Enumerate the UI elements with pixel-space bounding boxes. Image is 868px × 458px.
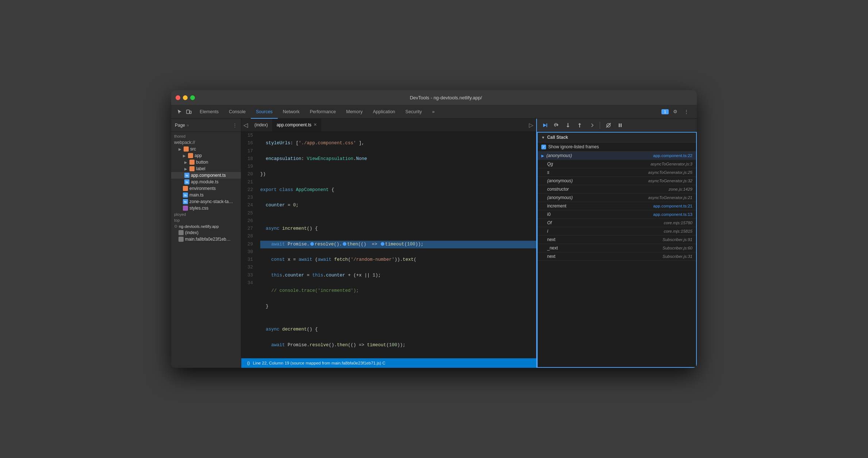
callstack-frame-i0[interactable]: i0 app.component.ts:13 xyxy=(538,210,696,219)
callstack-expand-icon: ▼ xyxy=(541,136,545,140)
device-mode-icon[interactable] xyxy=(186,109,192,115)
debug-deactivate-btn[interactable] xyxy=(604,121,613,129)
editor-tab-right[interactable]: ▷ xyxy=(526,119,536,131)
callstack-frame-i[interactable]: i core.mjs:15815 xyxy=(538,227,696,236)
frame-loc-1[interactable]: app.component.ts:22 xyxy=(653,153,692,158)
tree-item-styles-css[interactable]: styles.css xyxy=(180,205,241,211)
maximize-button[interactable] xyxy=(190,95,195,100)
callstack-frame-constructor[interactable]: constructor zone.js:1429 xyxy=(538,185,696,194)
sidebar-options-icon[interactable]: ⋮ xyxy=(233,122,237,128)
callstack-frame-anonymous-1[interactable]: ▶ (anonymous) app.component.ts:22 xyxy=(538,152,696,160)
frame-loc-constructor: zone.js:1429 xyxy=(669,187,692,191)
tree-item-environments[interactable]: environments xyxy=(180,185,241,192)
callstack-frame-of[interactable]: Of core.mjs:15780 xyxy=(538,219,696,227)
editor-area: ◁ (index) app.component.ts ✕ ▷ 15 16 17 … xyxy=(241,119,536,368)
tree-label-ng-devtools: ng-devtools.netlify.app xyxy=(179,224,219,229)
debugger-toolbar xyxy=(537,119,697,132)
frame-loc-increment[interactable]: app.component.ts:21 xyxy=(653,204,692,208)
tree-item-webpack[interactable]: webpack:// xyxy=(171,139,241,146)
tree-label-top: top xyxy=(174,218,180,222)
editor-tab-file-label: app.component.ts xyxy=(277,122,311,127)
debug-resume-btn[interactable] xyxy=(540,121,549,129)
frame-fn-qg: Qg xyxy=(541,161,648,167)
tab-console[interactable]: Console xyxy=(224,105,251,119)
tree-item-main-fa8b[interactable]: main.fa8bfa0e23f1eb… xyxy=(176,236,241,243)
editor-tab-index[interactable]: (index) xyxy=(250,119,272,131)
tab-application[interactable]: Application xyxy=(368,105,400,119)
minimize-button[interactable] xyxy=(183,95,188,100)
tree-label-main-ts: main.ts xyxy=(189,192,204,198)
file-sidebar: Page » ⋮ thored webpack:// ▶ src xyxy=(171,119,241,368)
callstack-frame-s[interactable]: s asyncToGenerator.js:25 xyxy=(538,168,696,177)
debug-step-over-btn[interactable] xyxy=(552,121,561,129)
frame-loc-i0[interactable]: app.component.ts:13 xyxy=(653,212,692,217)
callstack-title: Call Stack xyxy=(547,135,568,140)
tree-arrow-label: ▶ xyxy=(184,167,187,171)
callstack-frame-next[interactable]: next Subscriber.js:91 xyxy=(538,236,696,244)
format-icon[interactable]: {} xyxy=(246,361,251,365)
tree-item-src[interactable]: ▶ src xyxy=(176,146,241,152)
ignore-checkbox[interactable] xyxy=(541,145,546,149)
ts-icon-main: ts xyxy=(183,192,188,198)
callstack-header[interactable]: ▼ Call Stack xyxy=(538,133,696,142)
debug-step-out-btn[interactable] xyxy=(575,121,584,129)
tab-security[interactable]: Security xyxy=(400,105,427,119)
editor-tab-index-label: (index) xyxy=(254,122,268,127)
tab-performance[interactable]: Performance xyxy=(305,105,341,119)
close-button[interactable] xyxy=(176,95,180,100)
tree-item-label[interactable]: ▶ label xyxy=(171,165,241,172)
tab-sources[interactable]: Sources xyxy=(251,105,278,119)
status-text: Line 22, Column 19 (source mapped from m… xyxy=(253,361,385,365)
svg-rect-2 xyxy=(546,123,547,127)
folder-icon-button xyxy=(189,160,195,165)
tab-left-icons xyxy=(174,105,195,118)
frame-fn-anon2: (anonymous) xyxy=(541,178,646,183)
callstack-frame-next2[interactable]: _next Subscriber.js:60 xyxy=(538,244,696,252)
frame-fn-next: next xyxy=(541,237,660,242)
tab-elements[interactable]: Elements xyxy=(195,105,224,119)
tab-more[interactable]: » xyxy=(427,105,440,119)
tree-item-ng-devtools[interactable]: ⊙ ng-devtools.netlify.app xyxy=(171,223,241,229)
editor-tab-app-component[interactable]: app.component.ts ✕ xyxy=(272,119,321,131)
tab-network[interactable]: Network xyxy=(278,105,305,119)
tree-item-index[interactable]: (index) xyxy=(176,229,241,236)
callstack-frame-increment[interactable]: increment app.component.ts:21 xyxy=(538,202,696,210)
callstack-frame-anonymous-3[interactable]: (anonymous) asyncToGenerator.js:21 xyxy=(538,194,696,202)
cursor-icon[interactable] xyxy=(177,109,183,115)
settings-icon[interactable]: ⚙ xyxy=(671,107,680,116)
ts-icon-app-component: ts xyxy=(184,173,189,178)
editor-back-nav[interactable]: ◁ xyxy=(241,119,250,131)
tree-arrow-src: ▶ xyxy=(178,147,181,151)
tree-item-top[interactable]: top xyxy=(171,217,241,223)
tree-item-app[interactable]: ▶ app xyxy=(180,152,241,159)
code-view[interactable]: 15 16 17 18 19 20 21 22 23 24 25 26 27 2… xyxy=(241,132,536,358)
sidebar-more-label[interactable]: » xyxy=(187,123,189,128)
tree-item-main-ts[interactable]: ts main.ts xyxy=(180,192,241,198)
titlebar: DevTools - ng-devtools.netlify.app/ xyxy=(171,90,697,105)
callstack-frame-anonymous-2[interactable]: (anonymous) asyncToGenerator.js:32 xyxy=(538,177,696,185)
tree-item-button[interactable]: ▶ button xyxy=(171,159,241,165)
frame-loc-next2: Subscriber.js:60 xyxy=(662,246,692,250)
debug-pause-btn[interactable] xyxy=(615,121,625,129)
callstack-frame-qg[interactable]: Qg asyncToGenerator.js:3 xyxy=(538,160,696,168)
debug-step-into-btn[interactable] xyxy=(563,121,573,129)
tree-item-zone-async[interactable]: ts zone-async-stack-ta… xyxy=(180,198,241,205)
ts-icon-app-module: ts xyxy=(184,179,189,184)
tree-label-app-component-ts: app.component.ts xyxy=(191,173,226,178)
frame-loc-s: asyncToGenerator.js:25 xyxy=(648,170,692,175)
tree-item-ployed[interactable]: ployed xyxy=(171,211,241,217)
window-title: DevTools - ng-devtools.netlify.app/ xyxy=(199,95,692,100)
debug-step-btn[interactable] xyxy=(587,121,596,129)
tree-item-app-module-ts[interactable]: ts app.module.ts xyxy=(171,179,241,185)
more-options-icon[interactable]: ⋮ xyxy=(682,107,691,116)
svg-line-3 xyxy=(606,123,611,127)
tab-memory[interactable]: Memory xyxy=(341,105,368,119)
tree-item-app-component-ts[interactable]: ts app.component.ts xyxy=(171,172,241,179)
tree-item-authored[interactable]: thored xyxy=(171,133,241,139)
frame-fn-of: Of xyxy=(541,220,661,225)
ignore-listed-row[interactable]: Show ignore-listed frames xyxy=(538,142,696,152)
tree-label-zone-async: zone-async-stack-ta… xyxy=(189,199,233,204)
tree-label-authored: thored xyxy=(174,134,185,138)
callstack-frame-next3[interactable]: next Subscriber.js:31 xyxy=(538,252,696,261)
editor-tab-close[interactable]: ✕ xyxy=(314,122,317,127)
